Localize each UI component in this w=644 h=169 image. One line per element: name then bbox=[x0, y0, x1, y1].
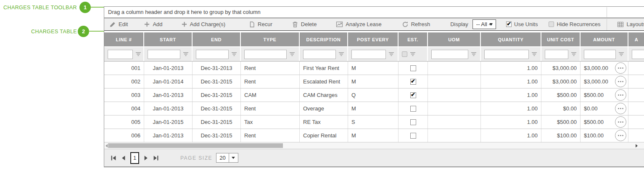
use-units-toggle[interactable]: Use Units bbox=[506, 21, 538, 27]
chevron-down-icon bbox=[489, 23, 493, 26]
table-row[interactable]: 004 Jan-01-2013 Dec-31-2015 Rent Overage… bbox=[104, 102, 644, 115]
filter-est-checkbox[interactable] bbox=[402, 51, 407, 57]
first-page-icon bbox=[110, 155, 117, 161]
cell-start: Jan-01-2013 bbox=[144, 102, 193, 115]
filter-icon[interactable] bbox=[571, 51, 577, 58]
horizontal-scrollbar[interactable] bbox=[104, 142, 644, 149]
ellipsis-button[interactable] bbox=[615, 103, 626, 114]
est-checkbox[interactable] bbox=[410, 79, 416, 85]
column-header-end[interactable]: END bbox=[193, 32, 241, 46]
table-row[interactable]: 002 Jan-01-2014 Dec-31-2015 Rent Escalat… bbox=[104, 75, 644, 89]
add-button[interactable]: Add bbox=[144, 21, 162, 27]
refresh-button[interactable]: Refresh bbox=[402, 21, 430, 28]
page-size-value[interactable]: 20 bbox=[216, 153, 229, 163]
cell-type: Rent bbox=[241, 102, 300, 115]
ellipsis-button[interactable] bbox=[615, 89, 626, 101]
ellipsis-button[interactable] bbox=[615, 130, 626, 141]
filter-icon[interactable] bbox=[388, 51, 394, 58]
cell-quantity: 1.00 bbox=[481, 62, 541, 75]
edit-button[interactable]: Edit bbox=[109, 21, 128, 28]
cell-amount: $3,000.00 bbox=[584, 78, 608, 85]
cell-start: Jan-01-2013 bbox=[144, 62, 193, 75]
recur-button[interactable]: Recur bbox=[249, 21, 272, 28]
column-header-uom[interactable]: UOM bbox=[428, 32, 481, 46]
est-checkbox[interactable] bbox=[410, 106, 416, 112]
filter-input-start[interactable] bbox=[148, 50, 180, 59]
filter-input-uom[interactable] bbox=[431, 50, 468, 59]
display-select[interactable]: -- All -- bbox=[472, 19, 496, 29]
column-header-type[interactable]: TYPE bbox=[241, 32, 300, 46]
cell-description: CAM Charges bbox=[300, 89, 348, 102]
filter-icon[interactable] bbox=[289, 51, 295, 58]
callout-label-table: CHARGES TABLE bbox=[3, 29, 77, 35]
cell-type: Rent bbox=[241, 129, 300, 142]
prev-page-icon bbox=[120, 155, 127, 161]
filter-input-post-every[interactable] bbox=[351, 50, 386, 59]
cell-line: 002 bbox=[104, 75, 144, 88]
filter-icon[interactable] bbox=[183, 51, 189, 58]
table-row[interactable]: 001 Jan-01-2013 Dec-31-2013 Rent First Y… bbox=[104, 62, 644, 75]
column-header-quantity[interactable]: QUANTITY bbox=[481, 32, 541, 46]
layouts-button[interactable]: Layouts bbox=[617, 21, 644, 27]
filter-icon[interactable] bbox=[471, 51, 477, 58]
use-units-checkbox[interactable] bbox=[506, 21, 512, 27]
next-page-icon bbox=[143, 155, 149, 161]
filter-icon[interactable] bbox=[618, 51, 624, 58]
table-row[interactable]: 003 Jan-01-2013 Dec-31-2015 CAM CAM Char… bbox=[104, 89, 644, 102]
filter-input-amount[interactable] bbox=[584, 50, 616, 59]
filter-icon[interactable] bbox=[135, 51, 141, 58]
est-checkbox[interactable] bbox=[410, 119, 416, 125]
cell-post-every: M bbox=[348, 75, 399, 88]
scrollbar-thumb[interactable] bbox=[108, 143, 283, 148]
callout-marker-1: 1 bbox=[79, 2, 91, 13]
column-header-cutoff[interactable]: A bbox=[628, 32, 644, 46]
filter-icon[interactable] bbox=[231, 51, 237, 58]
est-checkbox[interactable] bbox=[410, 92, 416, 98]
ellipsis-button[interactable] bbox=[615, 76, 626, 87]
filter-icon[interactable] bbox=[410, 51, 416, 58]
column-header-post-every[interactable]: POST EVERY bbox=[348, 32, 399, 46]
hide-recurrences-toggle[interactable]: Hide Recurrences bbox=[549, 21, 600, 27]
ellipsis-button[interactable] bbox=[615, 62, 626, 74]
est-checkbox[interactable] bbox=[410, 65, 416, 71]
filter-input-cutoff[interactable] bbox=[632, 50, 644, 59]
page-size-select[interactable]: 20 bbox=[216, 153, 238, 163]
delete-button[interactable]: Delete bbox=[292, 21, 317, 28]
current-page[interactable]: 1 bbox=[130, 152, 139, 164]
column-header-amount[interactable]: AMOUNT bbox=[581, 32, 628, 46]
est-checkbox[interactable] bbox=[410, 133, 416, 139]
cell-uom bbox=[428, 62, 481, 75]
last-page-button[interactable] bbox=[153, 155, 159, 161]
filter-input-description[interactable] bbox=[303, 50, 336, 59]
filter-input-quantity[interactable] bbox=[484, 50, 529, 59]
prev-page-button[interactable] bbox=[120, 155, 127, 161]
cell-description: RE Tax bbox=[300, 115, 348, 129]
cell-line: 003 bbox=[104, 89, 144, 102]
filter-input-type[interactable] bbox=[244, 50, 287, 59]
column-header-line[interactable]: LINE # bbox=[104, 32, 144, 46]
column-header-unit-cost[interactable]: UNIT COST bbox=[541, 32, 581, 46]
column-header-description[interactable]: DESCRIPTION bbox=[300, 32, 348, 46]
ellipsis-button[interactable] bbox=[615, 116, 626, 128]
filter-icon[interactable] bbox=[531, 51, 537, 58]
cell-quantity: 1.00 bbox=[481, 129, 541, 142]
group-by-drop-zone[interactable]: Drag a column header and drop it here to… bbox=[104, 7, 644, 18]
hide-recurrences-checkbox[interactable] bbox=[549, 21, 554, 27]
filter-input-end[interactable] bbox=[196, 50, 229, 59]
page-size-dropdown-button[interactable] bbox=[229, 153, 238, 163]
filter-input-line[interactable] bbox=[108, 50, 133, 59]
filter-icon[interactable] bbox=[338, 51, 344, 58]
next-page-button[interactable] bbox=[143, 155, 149, 161]
scroll-right-icon[interactable] bbox=[636, 144, 638, 148]
filter-input-unit-cost[interactable] bbox=[545, 50, 568, 59]
first-page-button[interactable] bbox=[110, 155, 117, 161]
trash-icon bbox=[292, 21, 298, 28]
add-charges-button[interactable]: Add Charge(s) bbox=[181, 21, 226, 27]
analyze-lease-button[interactable]: Analyze Lease bbox=[336, 21, 381, 27]
column-header-start[interactable]: START bbox=[144, 32, 193, 46]
cell-post-every: M bbox=[348, 102, 399, 115]
table-row[interactable]: 005 Jan-01-2015 Dec-31-2015 Tax RE Tax S… bbox=[104, 115, 644, 129]
column-header-est[interactable]: EST. bbox=[399, 32, 428, 46]
table-row[interactable]: 006 Jan-01-2013 Dec-31-2015 Rent Copier … bbox=[104, 129, 644, 142]
scroll-left-icon[interactable] bbox=[106, 144, 108, 148]
